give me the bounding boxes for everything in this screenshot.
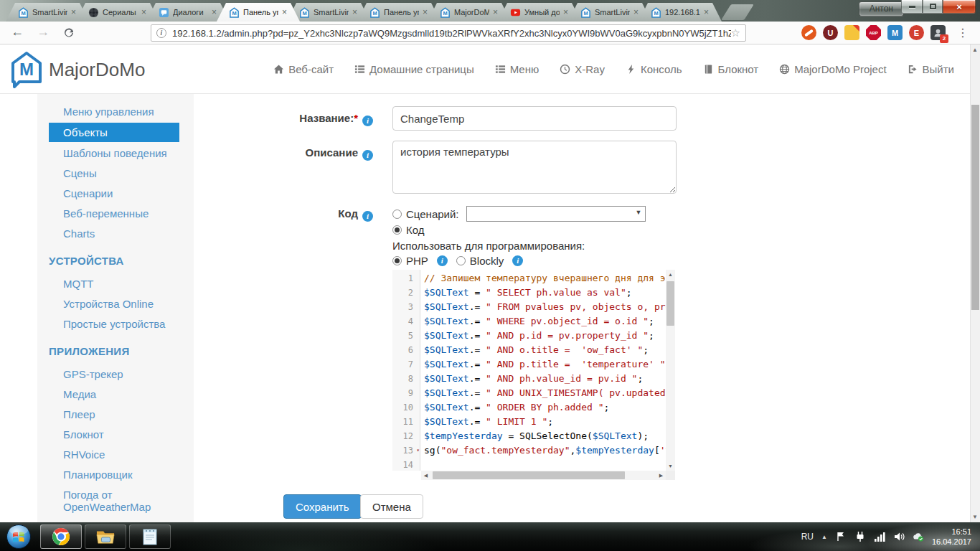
- sidebar-item[interactable]: GPS-трекер: [37, 364, 194, 384]
- nav-item-меню[interactable]: Меню: [495, 63, 540, 75]
- tab-close-icon[interactable]: ×: [423, 8, 428, 17]
- restore-button[interactable]: [923, 0, 943, 14]
- browser-tab[interactable]: MПанель уп×: [357, 3, 440, 22]
- power-plug-icon[interactable]: [854, 531, 866, 542]
- reload-button[interactable]: [63, 27, 75, 39]
- browser-tab[interactable]: MSmartLivin×: [287, 3, 370, 22]
- blockly-info-icon[interactable]: i: [512, 255, 523, 266]
- vertical-scroll-thumb[interactable]: [666, 281, 674, 326]
- extension-orange[interactable]: [801, 25, 816, 40]
- nav-item-блокнот[interactable]: Блокнот: [703, 63, 759, 75]
- browser-tab[interactable]: M192.168.1×: [639, 3, 722, 22]
- taskbar-explorer-button[interactable]: [85, 524, 126, 549]
- sidebar-item[interactable]: Сценарии: [37, 184, 194, 203]
- scroll-left-icon[interactable]: ◀: [421, 471, 430, 480]
- name-input[interactable]: [392, 106, 677, 131]
- editor-horizontal-scrollbar[interactable]: ◀ ▶: [421, 471, 666, 480]
- description-info-icon[interactable]: i: [362, 150, 373, 161]
- description-textarea[interactable]: история температуры: [392, 141, 677, 194]
- extension-profile[interactable]: 2: [930, 25, 946, 40]
- tab-close-icon[interactable]: ×: [563, 8, 568, 17]
- taskbar-chrome-button[interactable]: [40, 524, 82, 549]
- sidebar-item[interactable]: Шаблоны поведения: [37, 143, 194, 163]
- tab-close-icon[interactable]: ×: [141, 8, 146, 17]
- browser-tab[interactable]: Сериалы×: [76, 3, 159, 22]
- cloud-sync-icon[interactable]: [913, 531, 924, 542]
- tab-close-icon[interactable]: ×: [493, 8, 498, 17]
- sidebar-item[interactable]: Блокнот: [37, 425, 194, 444]
- scenario-radio[interactable]: [392, 209, 402, 219]
- extension-e[interactable]: Е: [909, 25, 924, 40]
- action-center-flag-icon[interactable]: [835, 531, 847, 542]
- nav-item-x-ray[interactable]: X-Ray: [560, 63, 605, 75]
- browser-tab[interactable]: MMajorDoM×: [428, 3, 511, 22]
- browser-tab[interactable]: Диалоги×: [146, 3, 230, 22]
- sidebar-item[interactable]: Веб-переменные: [37, 204, 194, 223]
- scroll-down-icon[interactable]: ▼: [666, 461, 675, 471]
- code-info-icon[interactable]: i: [362, 211, 373, 222]
- nav-item-выйти[interactable]: Выйти: [908, 63, 954, 75]
- sidebar-item[interactable]: Плеер: [37, 405, 194, 424]
- back-button[interactable]: ←: [9, 24, 26, 39]
- page-scroll-up-icon[interactable]: ▲: [970, 44, 980, 55]
- taskbar-notepad-button[interactable]: [129, 524, 171, 549]
- scroll-up-icon[interactable]: ▲: [666, 270, 675, 279]
- page-scroll-down-icon[interactable]: ▼: [970, 512, 980, 522]
- site-info-icon[interactable]: i: [156, 28, 166, 38]
- taskbar-clock[interactable]: 16:51 16.04.2017: [932, 527, 974, 547]
- bookmark-star-icon[interactable]: ☆: [731, 27, 740, 39]
- browser-tab[interactable]: MПанель уп×: [217, 3, 300, 22]
- browser-tab[interactable]: Умный до×: [498, 3, 581, 22]
- new-tab-button[interactable]: [721, 4, 754, 20]
- sidebar-item[interactable]: Планировщик: [37, 465, 194, 484]
- tab-close-icon[interactable]: ×: [633, 8, 639, 17]
- nav-item-консоль[interactable]: Консоль: [626, 63, 682, 75]
- close-window-button[interactable]: ×: [943, 0, 976, 14]
- minimize-button[interactable]: [901, 0, 923, 14]
- address-bar[interactable]: i 192.168.1.2/admin.php?pd=pz_Y2xhc3Nlcz…: [151, 24, 746, 42]
- blockly-radio[interactable]: [456, 256, 466, 265]
- scroll-right-icon[interactable]: ▶: [656, 471, 666, 480]
- name-info-icon[interactable]: i: [362, 116, 373, 126]
- extension-bookmarks[interactable]: [844, 25, 859, 40]
- fold-marker-icon[interactable]: ▾: [416, 443, 420, 458]
- tray-expand-icon[interactable]: ▲: [821, 534, 827, 540]
- sidebar-item[interactable]: Погода от OpenWeatherMap: [37, 485, 194, 517]
- page-scroll-thumb[interactable]: [971, 105, 979, 310]
- extension-u[interactable]: U: [823, 25, 838, 40]
- browser-tab[interactable]: MSmartLivin×: [6, 3, 89, 22]
- scenario-select[interactable]: ▼: [466, 206, 646, 222]
- code-radio[interactable]: [392, 225, 402, 235]
- sidebar-item[interactable]: Устройства Online: [37, 294, 194, 314]
- sidebar-item[interactable]: Объекты: [49, 123, 179, 142]
- sidebar-item[interactable]: Charts: [37, 224, 194, 243]
- page-scrollbar[interactable]: ▲ ▼: [970, 44, 980, 522]
- majordomo-logo-icon[interactable]: M: [10, 51, 43, 88]
- php-radio[interactable]: [392, 256, 402, 265]
- tab-close-icon[interactable]: ×: [704, 8, 709, 17]
- tab-close-icon[interactable]: ×: [71, 8, 76, 17]
- php-info-icon[interactable]: i: [437, 255, 448, 266]
- code-editor[interactable]: 12345678910111213▾14 // Запишем температ…: [392, 270, 675, 480]
- nav-item-majordomo-project[interactable]: MajorDoMo Project: [779, 63, 886, 75]
- nav-item-веб-сайт[interactable]: Веб-сайт: [273, 63, 334, 75]
- nav-item-домашние-страницы[interactable]: Домашние страницы: [354, 63, 474, 75]
- browser-tab[interactable]: MSmartLivin×: [568, 3, 651, 22]
- browser-menu-button[interactable]: ⋮: [957, 26, 969, 39]
- editor-vertical-scrollbar[interactable]: ▲ ▼: [666, 270, 675, 471]
- browser-profile-button[interactable]: Антон: [859, 1, 904, 17]
- sidebar-item[interactable]: Медиа: [37, 385, 194, 404]
- sidebar-item[interactable]: RHVoice: [37, 445, 194, 464]
- tab-close-icon[interactable]: ×: [352, 8, 357, 17]
- forward-button[interactable]: →: [34, 24, 52, 39]
- sidebar-item[interactable]: Простые устройства: [37, 314, 194, 334]
- horizontal-scroll-thumb[interactable]: [433, 471, 625, 479]
- extension-abp[interactable]: ABP: [866, 25, 881, 40]
- editor-code-area[interactable]: // Запишем температуру вчерашнего дня дл…: [421, 270, 666, 471]
- tab-close-icon[interactable]: ×: [282, 8, 287, 17]
- sidebar-item[interactable]: MQTT: [37, 274, 194, 293]
- cancel-button[interactable]: Отмена: [360, 494, 423, 519]
- network-signal-icon[interactable]: [874, 531, 885, 542]
- tab-close-icon[interactable]: ×: [212, 8, 217, 17]
- sidebar-item[interactable]: Меню управления: [37, 102, 194, 121]
